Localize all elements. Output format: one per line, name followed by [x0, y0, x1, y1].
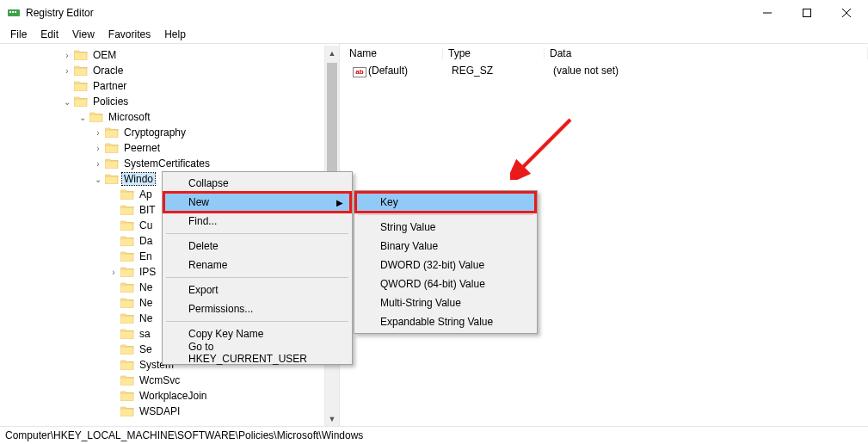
menu-item-label: Go to HKEY_CURRENT_USER [188, 341, 326, 365]
folder-icon [119, 250, 138, 264]
menu-item[interactable]: Delete [164, 237, 350, 256]
chevron-down-icon[interactable]: ⌄ [62, 97, 72, 107]
tree-item-label: Partner [91, 80, 128, 92]
menu-file[interactable]: File [3, 27, 34, 42]
chevron-right-icon[interactable]: › [93, 144, 103, 153]
column-name-header[interactable]: Name [344, 47, 443, 59]
tree-item-label: IPS [138, 266, 157, 278]
menu-item-label: Copy Key Name [188, 328, 263, 340]
tree-item[interactable]: WorkplaceJoin [0, 388, 339, 404]
menu-item[interactable]: String Value [356, 218, 535, 237]
menu-favorites[interactable]: Favorites [102, 27, 157, 42]
close-button[interactable] [827, 0, 866, 26]
svg-rect-5 [803, 9, 811, 17]
scroll-thumb[interactable] [327, 63, 337, 183]
tree-item-label: Microsoft [107, 111, 152, 123]
string-value-icon: ab [353, 67, 366, 77]
tree-item-label: En [138, 250, 154, 262]
menu-edit[interactable]: Edit [34, 27, 65, 42]
menu-help[interactable]: Help [157, 27, 193, 42]
svg-rect-2 [12, 11, 14, 13]
minimize-button[interactable] [748, 0, 787, 26]
menu-item[interactable]: Collapse [164, 174, 350, 193]
scroll-up-button[interactable]: ▲ [325, 46, 339, 60]
menu-divider [166, 321, 348, 322]
folder-icon [119, 188, 138, 202]
svg-rect-3 [15, 11, 16, 13]
tree-item-label: Peernet [122, 142, 162, 154]
menu-item-label: Multi-String Value [380, 297, 461, 309]
tree-item[interactable]: WcmSvc [0, 373, 339, 388]
menu-item[interactable]: QWORD (64-bit) Value [356, 274, 535, 293]
tree-item-label: WSDAPI [138, 405, 182, 417]
tree-item[interactable]: WSDAPI [0, 404, 339, 419]
menu-item[interactable]: Key [356, 193, 535, 212]
title-bar: Registry Editor [0, 0, 868, 26]
menu-view[interactable]: View [65, 27, 102, 42]
menu-item-label: QWORD (64-bit) Value [380, 278, 485, 290]
chevron-down-icon[interactable]: ⌄ [77, 113, 88, 122]
chevron-right-icon[interactable]: › [93, 128, 103, 138]
menu-item-label: New [188, 196, 209, 208]
tree-item[interactable]: ›SystemCertificates [0, 156, 339, 171]
chevron-down-icon[interactable]: ⌄ [93, 175, 103, 184]
tree-item-label: WcmSvc [138, 374, 182, 386]
menu-item-label: Collapse [188, 177, 229, 189]
menu-item[interactable]: Export [164, 281, 350, 299]
tree-item-label: Ap [138, 188, 154, 200]
folder-icon [119, 281, 138, 295]
context-menu[interactable]: CollapseNew▶Find...DeleteRenameExportPer… [162, 171, 353, 365]
menu-divider [166, 277, 348, 278]
folder-icon [119, 373, 138, 388]
column-data-header[interactable]: Data [545, 47, 868, 59]
menu-item-label: String Value [380, 221, 435, 233]
folder-icon [119, 404, 138, 419]
folder-icon [119, 219, 138, 233]
maximize-button[interactable] [787, 0, 827, 26]
chevron-right-icon[interactable]: › [62, 66, 72, 76]
tree-item-label: WorkplaceJoin [138, 390, 208, 402]
chevron-right-icon[interactable]: › [93, 159, 103, 169]
chevron-right-icon[interactable]: › [62, 51, 72, 60]
chevron-right-icon[interactable]: › [108, 268, 119, 277]
tree-item[interactable]: ›Oracle [0, 63, 339, 78]
folder-icon [119, 203, 138, 218]
menu-divider [166, 233, 348, 234]
menu-item[interactable]: Go to HKEY_CURRENT_USER [164, 343, 350, 362]
tree-item[interactable]: Partner [0, 78, 339, 94]
tree-item-label: Policies [91, 96, 130, 108]
folder-icon [119, 234, 138, 249]
window-title: Registry Editor [26, 7, 94, 19]
tree-item-label: Da [138, 235, 154, 247]
tree-item-label: OEM [91, 49, 118, 61]
column-type-header[interactable]: Type [443, 47, 545, 59]
tree-item-label: Windo [122, 173, 155, 185]
app-icon [7, 6, 21, 20]
value-data-cell: (value not set) [548, 65, 868, 77]
tree-item[interactable]: ›OEM [0, 47, 339, 63]
menu-item[interactable]: Rename [164, 256, 350, 274]
menu-item-label: Export [188, 284, 219, 296]
tree-item[interactable]: ⌄Policies [0, 94, 339, 109]
menu-item[interactable]: Permissions... [164, 299, 350, 318]
menu-item[interactable]: Expandable String Value [356, 312, 535, 331]
menu-item[interactable]: New▶ [164, 193, 350, 212]
context-submenu-new[interactable]: KeyString ValueBinary ValueDWORD (32-bit… [354, 190, 538, 334]
tree-item[interactable]: ›Cryptography [0, 125, 339, 140]
menu-item[interactable]: Binary Value [356, 237, 535, 256]
scroll-down-button[interactable]: ▼ [325, 411, 339, 426]
menu-item[interactable]: DWORD (32-bit) Value [356, 256, 535, 274]
menu-item-label: Permissions... [188, 303, 253, 315]
folder-icon [72, 79, 91, 94]
tree-item[interactable]: ⌄Microsoft [0, 109, 339, 125]
svg-rect-1 [9, 11, 11, 13]
tree-item-label: BIT [138, 204, 157, 216]
menu-item-label: Delete [188, 240, 219, 252]
menu-item[interactable]: Multi-String Value [356, 293, 535, 312]
menu-item[interactable]: Find... [164, 212, 350, 231]
values-header[interactable]: Name Type Data [344, 44, 868, 63]
tree-item[interactable]: ›Peernet [0, 140, 339, 156]
menu-item-label: Rename [188, 259, 227, 271]
value-row[interactable]: ab(Default) REG_SZ (value not set) [344, 63, 868, 78]
annotation-arrow [510, 115, 579, 180]
